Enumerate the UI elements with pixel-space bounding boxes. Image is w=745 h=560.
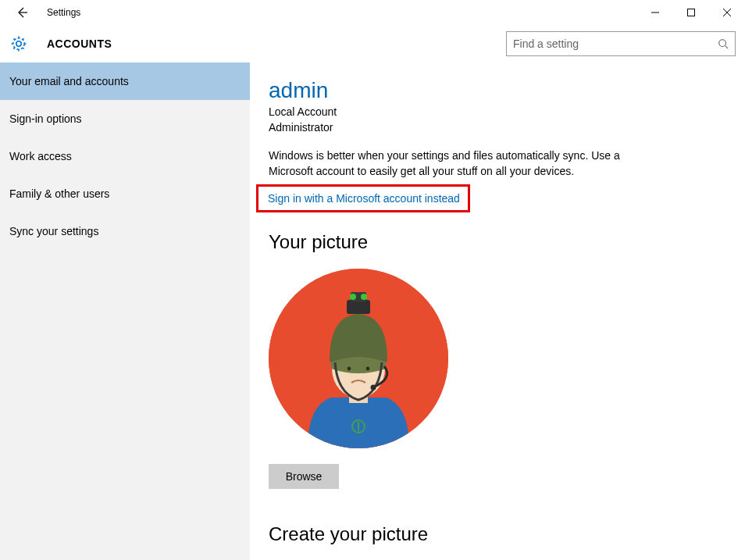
- avatar-container: [269, 269, 745, 448]
- sidebar-item-label: Sync your settings: [9, 225, 98, 237]
- sidebar-item-sync-settings[interactable]: Sync your settings: [0, 212, 250, 250]
- window-controls: [637, 0, 745, 25]
- search-box[interactable]: [506, 31, 736, 56]
- sidebar-item-label: Family & other users: [9, 187, 109, 200]
- svg-point-4: [16, 41, 21, 46]
- svg-point-13: [361, 294, 367, 300]
- sidebar-item-work-access[interactable]: Work access: [0, 137, 250, 175]
- sidebar-item-label: Sign-in options: [9, 112, 82, 125]
- search-icon: [718, 38, 729, 49]
- svg-line-6: [725, 46, 729, 49]
- svg-point-14: [348, 366, 351, 370]
- maximize-icon: [687, 9, 695, 16]
- sidebar-item-family-users[interactable]: Family & other users: [0, 175, 250, 212]
- account-description: Windows is better when your settings and…: [269, 148, 628, 180]
- minimize-button[interactable]: [637, 0, 673, 25]
- create-picture-title: Create your picture: [269, 523, 745, 545]
- username: admin: [269, 78, 745, 103]
- main: Your email and accounts Sign-in options …: [0, 62, 745, 560]
- gear-icon: [9, 34, 28, 53]
- close-button[interactable]: [709, 0, 745, 25]
- sidebar: Your email and accounts Sign-in options …: [0, 62, 250, 560]
- avatar-image: [269, 269, 448, 448]
- maximize-button[interactable]: [673, 0, 709, 25]
- account-type-line1: Local Account: [269, 105, 745, 120]
- window-title: Settings: [47, 7, 80, 18]
- svg-point-12: [350, 294, 356, 300]
- titlebar: Settings: [0, 0, 745, 25]
- sidebar-item-email-accounts[interactable]: Your email and accounts: [0, 62, 250, 100]
- signin-microsoft-link[interactable]: Sign in with a Microsoft account instead: [268, 192, 460, 205]
- content: admin Local Account Administrator Window…: [250, 62, 745, 560]
- search-input[interactable]: [513, 37, 718, 50]
- back-button[interactable]: [9, 0, 34, 25]
- avatar: [269, 269, 448, 448]
- your-picture-title: Your picture: [269, 231, 745, 253]
- close-icon: [723, 9, 731, 16]
- account-type-line2: Administrator: [269, 120, 745, 136]
- minimize-icon: [651, 9, 659, 16]
- browse-button[interactable]: Browse: [269, 464, 339, 489]
- sidebar-item-label: Work access: [9, 150, 72, 162]
- page-category-title: ACCOUNTS: [47, 37, 112, 50]
- sidebar-item-label: Your email and accounts: [9, 75, 129, 87]
- svg-point-5: [719, 40, 726, 47]
- header: ACCOUNTS: [0, 25, 745, 62]
- sidebar-item-signin-options[interactable]: Sign-in options: [0, 100, 250, 137]
- svg-point-16: [371, 384, 376, 390]
- svg-rect-1: [688, 9, 695, 16]
- back-arrow-icon: [16, 6, 28, 19]
- svg-rect-10: [347, 300, 370, 314]
- highlight-box: Sign in with a Microsoft account instead: [256, 184, 470, 212]
- svg-point-15: [366, 366, 370, 370]
